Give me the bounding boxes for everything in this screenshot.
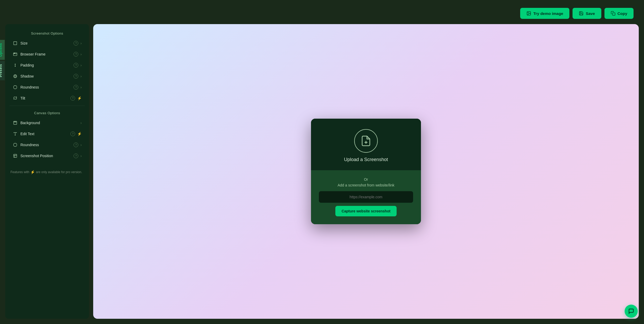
upload-circle-icon xyxy=(354,129,378,153)
svg-rect-17 xyxy=(14,143,17,146)
padding-actions: ? › xyxy=(74,63,82,68)
svg-rect-18 xyxy=(14,154,17,157)
screenshot-position-option[interactable]: Screenshot Position ? › xyxy=(7,151,87,161)
size-icon xyxy=(13,41,18,46)
edit-text-actions: ? ⚡ xyxy=(70,131,82,136)
padding-option[interactable]: Padding ? › xyxy=(7,60,87,70)
roundness-screenshot-help-icon[interactable]: ? xyxy=(74,85,78,90)
svg-point-12 xyxy=(14,75,17,78)
edit-text-help-icon[interactable]: ? xyxy=(70,131,75,136)
options-panel: Screenshot Options Size ? › Browser Fram… xyxy=(5,24,89,319)
roundness-screenshot-label: Roundness xyxy=(20,85,74,89)
save-label: Save xyxy=(586,11,595,16)
capture-button[interactable]: Capture website screenshot xyxy=(335,206,397,216)
screenshot-position-chevron-icon: › xyxy=(80,154,82,158)
padding-chevron-icon: › xyxy=(80,63,82,67)
edit-text-icon xyxy=(13,131,18,136)
side-tabs: Options Presets xyxy=(0,40,5,80)
browser-frame-icon xyxy=(13,52,18,57)
main-layout: Options Presets Screenshot Options Size … xyxy=(5,24,639,319)
image-icon xyxy=(526,11,531,16)
screenshot-position-actions: ? › xyxy=(74,153,82,158)
background-option[interactable]: Background › xyxy=(7,118,87,128)
screenshot-position-icon xyxy=(13,153,18,158)
screenshot-position-label: Screenshot Position xyxy=(20,154,74,158)
edit-text-option[interactable]: Edit Text ? ⚡ xyxy=(7,129,87,139)
roundness-canvas-chevron-icon: › xyxy=(80,143,82,147)
size-option[interactable]: Size ? › xyxy=(7,38,87,48)
svg-point-11 xyxy=(14,75,16,77)
copy-button[interactable]: Copy xyxy=(604,8,634,19)
shadow-label: Shadow xyxy=(20,74,74,78)
tilt-actions: ? ⚡ xyxy=(70,96,82,101)
shadow-icon xyxy=(13,74,18,79)
divider xyxy=(9,106,85,106)
save-icon xyxy=(579,11,584,16)
upload-card: Upload a Screenshot Or Add a screenshot … xyxy=(311,119,421,224)
background-actions: › xyxy=(80,121,82,125)
save-button[interactable]: Save xyxy=(573,8,601,19)
roundness-canvas-label: Roundness xyxy=(20,143,74,147)
copy-icon xyxy=(611,11,615,16)
roundness-canvas-help-icon[interactable]: ? xyxy=(74,142,78,147)
svg-point-1 xyxy=(528,12,528,13)
size-chevron-icon: › xyxy=(80,41,82,45)
svg-point-6 xyxy=(14,53,14,53)
svg-rect-3 xyxy=(14,42,17,45)
upload-bottom: Or Add a screenshot from website/link Ca… xyxy=(311,170,421,224)
edit-text-lightning-icon: ⚡ xyxy=(77,132,82,136)
try-demo-button[interactable]: Try demo image xyxy=(520,8,569,19)
shadow-help-icon[interactable]: ? xyxy=(74,74,78,79)
tilt-option[interactable]: Tilt ? ⚡ xyxy=(7,93,87,103)
size-help-icon[interactable]: ? xyxy=(74,41,78,46)
shadow-actions: ? › xyxy=(74,74,82,79)
browser-frame-option[interactable]: Browser Frame ? › xyxy=(7,49,87,59)
browser-frame-actions: ? › xyxy=(74,52,82,57)
presets-tab[interactable]: Presets xyxy=(0,61,5,80)
options-tab[interactable]: Options xyxy=(0,40,5,60)
background-chevron-icon: › xyxy=(80,121,82,125)
screenshot-position-help-icon[interactable]: ? xyxy=(74,153,78,158)
tilt-icon xyxy=(13,96,18,101)
footer-lightning-icon: ⚡ xyxy=(30,170,35,174)
screenshot-options-title: Screenshot Options xyxy=(5,28,89,37)
capture-label: Capture website screenshot xyxy=(342,209,391,213)
presets-tab-label: Presets xyxy=(0,64,3,77)
shadow-chevron-icon: › xyxy=(80,74,82,78)
roundness-canvas-option[interactable]: Roundness ? › xyxy=(7,140,87,150)
upload-top: Upload a Screenshot xyxy=(311,119,421,170)
roundness-screenshot-option[interactable]: Roundness ? › xyxy=(7,82,87,92)
tilt-label: Tilt xyxy=(20,96,70,100)
size-actions: ? › xyxy=(74,41,82,46)
background-icon xyxy=(13,120,18,125)
upload-title: Upload a Screenshot xyxy=(344,157,388,162)
url-input[interactable] xyxy=(319,191,413,203)
footer-note-text2: are only available for pro version. xyxy=(36,170,82,174)
padding-icon xyxy=(13,63,18,68)
shadow-option[interactable]: Shadow ? › xyxy=(7,71,87,81)
edit-text-label: Edit Text xyxy=(20,132,70,136)
background-label: Background xyxy=(20,121,80,125)
upload-or-text: Or Add a screenshot from website/link xyxy=(337,177,394,188)
or-text: Or xyxy=(337,177,394,182)
footer-note: Features with ⚡ are only available for p… xyxy=(5,166,89,174)
browser-frame-help-icon[interactable]: ? xyxy=(74,52,78,57)
chat-icon xyxy=(628,308,634,314)
chat-bubble[interactable] xyxy=(625,305,638,318)
tilt-lightning-icon: ⚡ xyxy=(77,96,82,100)
roundness-screenshot-chevron-icon: › xyxy=(80,85,82,89)
top-bar: Try demo image Save Copy xyxy=(5,5,639,24)
size-label: Size xyxy=(20,41,74,45)
canvas-options-title: Canvas Options xyxy=(5,108,89,117)
canvas-area[interactable]: Upload a Screenshot Or Add a screenshot … xyxy=(93,24,639,319)
roundness-canvas-actions: ? › xyxy=(74,142,82,147)
roundness-canvas-icon xyxy=(13,142,18,147)
padding-label: Padding xyxy=(20,63,74,67)
browser-frame-chevron-icon: › xyxy=(80,52,82,56)
padding-help-icon[interactable]: ? xyxy=(74,63,78,68)
tilt-help-icon[interactable]: ? xyxy=(70,96,75,101)
svg-rect-2 xyxy=(612,13,615,15)
roundness-screenshot-icon xyxy=(13,85,18,90)
svg-point-7 xyxy=(15,53,15,53)
copy-label: Copy xyxy=(618,11,628,16)
